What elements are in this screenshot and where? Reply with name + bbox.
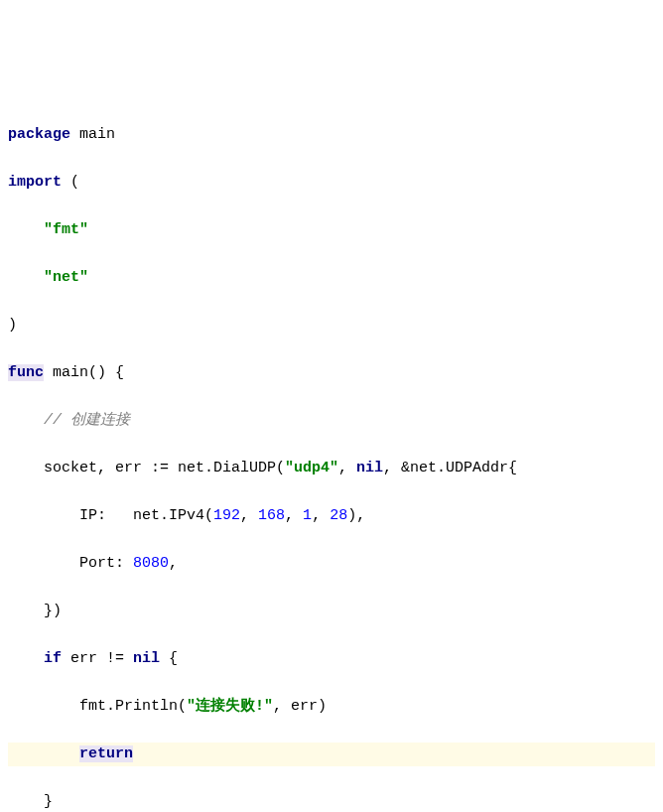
code-line: Port: 8080, (8, 552, 655, 576)
text: , &net.UDPAddr{ (383, 460, 517, 476)
code-line: "fmt" (8, 218, 655, 242)
text: , err) (273, 698, 327, 715)
code-line: import ( (8, 171, 655, 195)
number: 192 (213, 507, 240, 524)
text: fmt.Println( (8, 698, 187, 715)
code-line: fmt.Println("连接失败!", err) (8, 695, 655, 719)
text: } (8, 793, 53, 810)
number: 1 (303, 507, 312, 524)
number: 168 (258, 507, 285, 524)
text: , (285, 507, 303, 524)
text: IP: net.IPv4( (8, 507, 213, 524)
text: ) (8, 317, 17, 334)
string-literal: "net" (44, 269, 88, 286)
code-line: socket, err := net.DialUDP("udp4", nil, … (8, 457, 655, 480)
code-block: package main import ( "fmt" "net" ) func… (8, 99, 655, 812)
keyword-func: func (8, 364, 44, 381)
text: , (338, 460, 356, 476)
text (8, 745, 79, 762)
text: , (240, 507, 258, 524)
text: main (70, 126, 115, 143)
code-line: func main() { (8, 361, 655, 385)
text: Port: (8, 555, 133, 572)
keyword-if: if (44, 650, 62, 667)
string-literal: "连接失败!" (187, 698, 273, 715)
keyword-nil: nil (133, 650, 160, 667)
keyword-import: import (8, 174, 62, 191)
text: , (169, 555, 178, 572)
code-line: }) (8, 600, 655, 623)
keyword-return: return (79, 745, 133, 762)
code-line: // 创建连接 (8, 409, 655, 433)
code-line: ) (8, 314, 655, 338)
code-line: package main (8, 123, 655, 147)
text: ( (62, 174, 79, 191)
keyword-package: package (8, 126, 70, 143)
code-line: } (8, 790, 655, 812)
number: 8080 (133, 555, 169, 572)
text: ), (347, 507, 365, 524)
keyword-nil: nil (356, 460, 383, 476)
code-line-highlighted: return (8, 743, 655, 766)
text: err != (62, 650, 133, 667)
code-line: "net" (8, 266, 655, 290)
string-literal: "fmt" (44, 221, 88, 238)
number: 28 (330, 507, 347, 524)
text: { (160, 650, 178, 667)
text: socket, err := net.DialUDP( (8, 460, 285, 476)
text: }) (8, 603, 62, 619)
comment: // 创建连接 (8, 412, 130, 429)
text: , (312, 507, 330, 524)
string-literal: "udp4" (285, 460, 338, 476)
text: main() { (44, 364, 124, 381)
code-line: IP: net.IPv4(192, 168, 1, 28), (8, 504, 655, 528)
code-line: if err != nil { (8, 647, 655, 671)
